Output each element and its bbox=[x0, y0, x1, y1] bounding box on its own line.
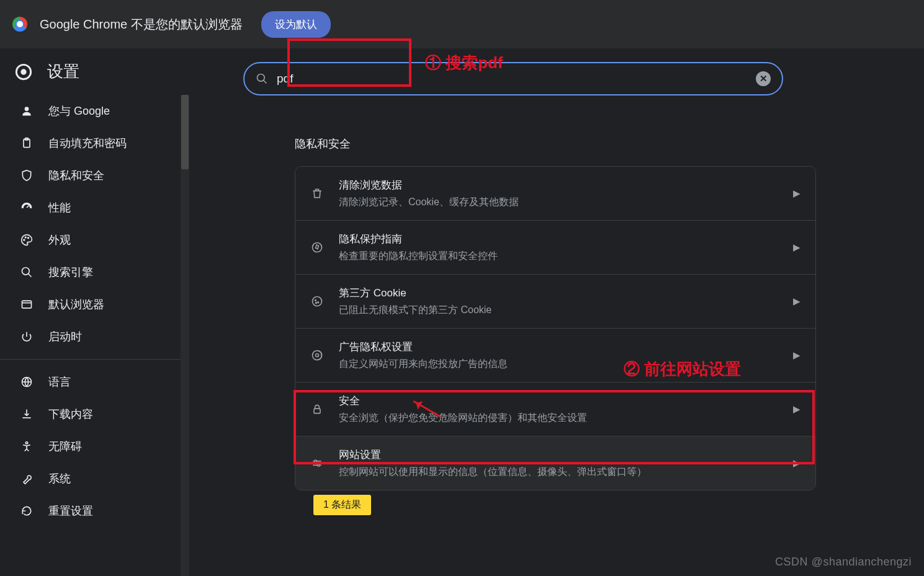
svg-point-17 bbox=[313, 243, 322, 252]
svg-point-1 bbox=[20, 69, 26, 74]
setting-title: 网站设置 bbox=[339, 448, 778, 462]
chevron-right-icon: ▶ bbox=[793, 242, 801, 253]
sidebar-item-label: 重置设置 bbox=[48, 503, 93, 518]
cookie-icon bbox=[310, 295, 324, 308]
sidebar-scrollbar[interactable] bbox=[181, 95, 189, 576]
section-heading: 隐私和安全 bbox=[295, 136, 881, 151]
setting-security[interactable]: 安全 安全浏览（保护您免受危险网站的侵害）和其他安全设置 ▶ bbox=[295, 383, 815, 436]
sidebar-item-label: 自动填充和密码 bbox=[48, 136, 127, 151]
sidebar-item-autofill[interactable]: 自动填充和密码 bbox=[0, 127, 177, 159]
setting-title: 隐私保护指南 bbox=[339, 232, 778, 246]
svg-point-2 bbox=[25, 107, 29, 111]
setting-sub: 清除浏览记录、Cookie、缓存及其他数据 bbox=[339, 196, 778, 209]
sliders-icon bbox=[310, 456, 324, 470]
svg-point-18 bbox=[313, 297, 322, 306]
search-icon bbox=[256, 73, 268, 85]
setting-ads-privacy[interactable]: 广告隐私权设置 自定义网站可用来向您投放广告的信息 ▶ bbox=[295, 329, 815, 383]
setting-site-settings[interactable]: 网站设置 控制网站可以使用和显示的信息（位置信息、摄像头、弹出式窗口等） ▶ bbox=[295, 436, 815, 490]
chrome-icon bbox=[12, 17, 27, 32]
trash-icon bbox=[310, 187, 324, 200]
clipboard-icon bbox=[20, 136, 34, 150]
main-content: ✕ 隐私和安全 清除浏览数据 清除浏览记录、Cookie、缓存及其他数据 ▶ 隐… bbox=[189, 48, 924, 576]
sidebar-item-label: 无障碍 bbox=[48, 439, 82, 454]
sidebar-item-search-engine[interactable]: 搜索引擎 bbox=[0, 256, 177, 288]
browser-icon bbox=[20, 298, 34, 311]
sidebar-item-label: 性能 bbox=[48, 200, 71, 215]
privacy-settings-card: 清除浏览数据 清除浏览记录、Cookie、缓存及其他数据 ▶ 隐私保护指南 检查… bbox=[295, 166, 816, 490]
setting-sub: 自定义网站可用来向您投放广告的信息 bbox=[339, 358, 778, 371]
svg-point-7 bbox=[25, 237, 27, 238]
accessibility-icon bbox=[20, 440, 34, 453]
sidebar-item-label: 下载内容 bbox=[48, 407, 93, 422]
sidebar-item-label: 隐私和安全 bbox=[48, 168, 104, 183]
setting-privacy-guide[interactable]: 隐私保护指南 检查重要的隐私控制设置和安全控件 ▶ bbox=[295, 221, 815, 275]
sidebar-item-label: 外观 bbox=[48, 233, 71, 247]
power-icon bbox=[20, 330, 34, 343]
sidebar-item-you-and-google[interactable]: 您与 Google bbox=[0, 95, 177, 127]
setting-title: 清除浏览数据 bbox=[339, 178, 778, 192]
svg-rect-11 bbox=[22, 301, 32, 308]
setting-title: 第三方 Cookie bbox=[339, 286, 778, 300]
svg-point-19 bbox=[315, 300, 316, 301]
sidebar-divider bbox=[0, 359, 189, 360]
setting-clear-data[interactable]: 清除浏览数据 清除浏览记录、Cookie、缓存及其他数据 ▶ bbox=[295, 167, 815, 221]
sidebar-item-label: 系统 bbox=[48, 471, 71, 486]
svg-point-15 bbox=[258, 74, 265, 82]
download-icon bbox=[20, 407, 34, 421]
chrome-settings-icon bbox=[15, 63, 32, 81]
sidebar-item-performance[interactable]: 性能 bbox=[0, 192, 177, 224]
chevron-right-icon: ▶ bbox=[793, 350, 801, 361]
setting-title: 安全 bbox=[339, 394, 778, 408]
svg-point-8 bbox=[28, 237, 29, 239]
sidebar-item-reset[interactable]: 重置设置 bbox=[0, 495, 177, 527]
svg-point-20 bbox=[318, 302, 319, 303]
sidebar-item-label: 启动时 bbox=[48, 329, 82, 344]
setting-cookies[interactable]: 第三方 Cookie 已阻止无痕模式下的第三方 Cookie ▶ bbox=[295, 275, 815, 329]
set-default-button[interactable]: 设为默认 bbox=[261, 11, 331, 38]
person-icon bbox=[20, 104, 34, 118]
clear-search-button[interactable]: ✕ bbox=[756, 71, 771, 86]
sidebar-item-download[interactable]: 下载内容 bbox=[0, 398, 177, 430]
svg-line-5 bbox=[27, 206, 29, 208]
sidebar-item-label: 您与 Google bbox=[48, 104, 110, 118]
svg-point-23 bbox=[316, 354, 319, 357]
search-result-tooltip: 1 条结果 bbox=[313, 495, 371, 515]
search-icon bbox=[20, 265, 34, 279]
settings-search-input[interactable] bbox=[277, 72, 756, 86]
svg-line-10 bbox=[29, 274, 32, 277]
settings-search-box[interactable]: ✕ bbox=[243, 62, 783, 95]
sidebar-item-default-browser[interactable]: 默认浏览器 bbox=[0, 288, 177, 321]
sidebar-item-privacy[interactable]: 隐私和安全 bbox=[0, 159, 177, 192]
sidebar-item-appearance[interactable]: 外观 bbox=[0, 224, 177, 256]
speed-icon bbox=[20, 201, 34, 215]
sidebar-header: 设置 bbox=[0, 48, 189, 95]
sidebar-item-accessibility[interactable]: 无障碍 bbox=[0, 430, 177, 463]
watermark: CSDN @shandianchengzi bbox=[775, 556, 912, 569]
svg-point-6 bbox=[24, 239, 25, 241]
svg-line-16 bbox=[264, 81, 267, 84]
chevron-right-icon: ▶ bbox=[793, 458, 801, 469]
chevron-right-icon: ▶ bbox=[793, 404, 801, 415]
chevron-right-icon: ▶ bbox=[793, 296, 801, 307]
chevron-right-icon: ▶ bbox=[793, 188, 801, 199]
palette-icon bbox=[20, 233, 34, 247]
sidebar-item-label: 搜索引擎 bbox=[48, 265, 93, 280]
page-title: 设置 bbox=[47, 61, 79, 82]
compass-icon bbox=[310, 241, 324, 254]
sidebar-item-system[interactable]: 系统 bbox=[0, 463, 177, 495]
sidebar-item-startup[interactable]: 启动时 bbox=[0, 321, 177, 353]
sidebar-item-language[interactable]: 语言 bbox=[0, 366, 177, 398]
sidebar-scrollbar-thumb[interactable] bbox=[181, 95, 189, 169]
sidebar-item-label: 语言 bbox=[48, 374, 71, 389]
setting-sub: 已阻止无痕模式下的第三方 Cookie bbox=[339, 304, 778, 317]
banner-message: Google Chrome 不是您的默认浏览器 bbox=[40, 16, 243, 33]
shield-icon bbox=[20, 169, 34, 182]
sidebar-item-label: 默认浏览器 bbox=[48, 297, 104, 312]
globe-icon bbox=[20, 375, 34, 389]
wrench-icon bbox=[20, 472, 34, 485]
sidebar: 设置 您与 Google 自动填充和密码 隐私和安全 性能 bbox=[0, 48, 189, 576]
svg-point-21 bbox=[316, 303, 317, 304]
setting-sub: 安全浏览（保护您免受危险网站的侵害）和其他安全设置 bbox=[339, 412, 778, 425]
default-browser-banner: Google Chrome 不是您的默认浏览器 设为默认 bbox=[0, 0, 924, 48]
ads-icon bbox=[310, 348, 324, 362]
